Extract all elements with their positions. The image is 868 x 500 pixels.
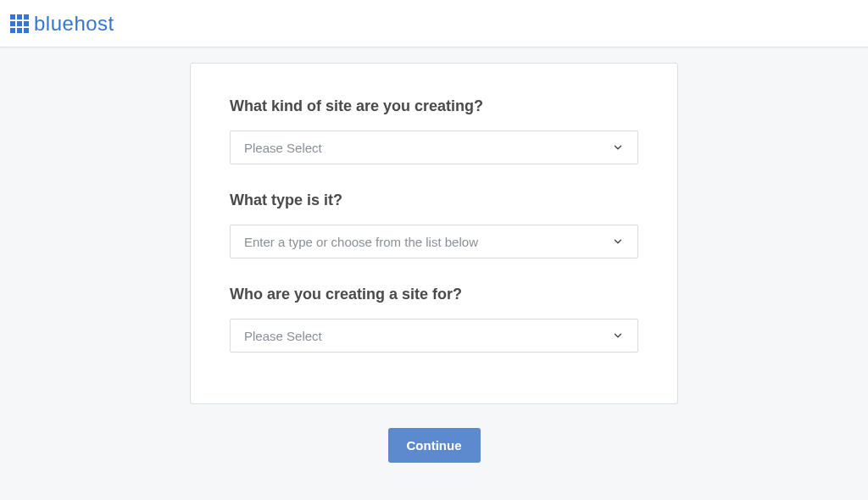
question-site-type: What type is it? [230,192,638,209]
select-site-type-placeholder: Enter a type or choose from the list bel… [244,235,612,249]
chevron-down-icon [612,330,624,342]
select-site-for-placeholder: Please Select [244,329,612,343]
grid-icon [10,14,29,33]
brand-name: bluehost [34,12,114,36]
question-site-for: Who are you creating a site for? [230,286,638,303]
select-site-for[interactable]: Please Select [230,319,638,353]
chevron-down-icon [612,142,624,153]
select-site-kind[interactable]: Please Select [230,131,638,164]
main-content: What kind of site are you creating? Plea… [0,47,868,463]
select-site-kind-placeholder: Please Select [244,141,612,155]
select-site-type[interactable]: Enter a type or choose from the list bel… [230,225,638,258]
onboarding-card: What kind of site are you creating? Plea… [190,63,678,404]
question-site-kind: What kind of site are you creating? [230,97,638,115]
brand-logo[interactable]: bluehost [10,12,114,36]
continue-button[interactable]: Continue [388,428,481,463]
chevron-down-icon [612,236,624,247]
header: bluehost [0,0,868,47]
